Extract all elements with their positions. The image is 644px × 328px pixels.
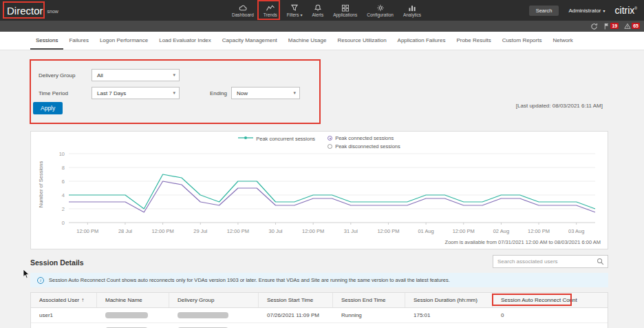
column-header-session-start-time[interactable]: Session Start Time (259, 293, 333, 307)
svg-text:28 Jul: 28 Jul (118, 228, 132, 234)
nav-item-configuration[interactable]: Configuration (362, 0, 398, 21)
column-header-session-auto-reconnect-count[interactable]: Session Auto Reconnect Count (493, 293, 609, 307)
tab-load-evaluator-index[interactable]: Load Evaluator Index (153, 32, 217, 50)
svg-text:12:00 PM: 12:00 PM (453, 228, 475, 234)
trends-icon (266, 4, 275, 12)
global-search-button[interactable]: Search (529, 6, 559, 16)
column-header-label: Session Auto Reconnect Count (501, 297, 577, 303)
top-right-controls: Search Administrator citrix® (529, 0, 637, 21)
delivery-group-select[interactable]: All (92, 69, 180, 81)
delivery-group-value: All (97, 72, 103, 79)
alerts-warning-indicator[interactable]: 65 (624, 23, 640, 30)
chart-zoom-note: Zoom is available from 07/31/2021 12:00 … (445, 239, 601, 245)
sessions-trend-panel: Peak concurrent sessionsPeak connected s… (30, 131, 608, 249)
trends-tab-bar: SessionsFailuresLogon PerformanceLoad Ev… (0, 32, 644, 50)
time-period-value: Last 7 Days (97, 90, 126, 96)
app-logo-text: Director (7, 5, 43, 17)
redacted-value (105, 312, 148, 318)
cell-session-auto-reconnect-count: 0 (493, 308, 609, 322)
svg-text:10: 10 (59, 151, 65, 157)
tab-failures[interactable]: Failures (63, 32, 94, 50)
legend-item-peak-concurrent-sessions: Peak concurrent sessions (238, 135, 315, 142)
alerts-flag-indicator[interactable]: 19 (603, 23, 619, 30)
nav-item-trends[interactable]: Trends (259, 0, 282, 21)
cell-session-auto-reconnect-count (493, 323, 609, 328)
svg-text:0: 0 (62, 220, 65, 226)
search-icon[interactable] (597, 258, 608, 265)
tab-network[interactable]: Network (547, 32, 578, 50)
svg-text:12:00 PM: 12:00 PM (227, 228, 249, 234)
column-header-session-duration-hh-mm[interactable]: Session Duration (hh:mm) (405, 293, 493, 307)
tab-logon-performance[interactable]: Logon Performance (94, 32, 153, 50)
svg-text:2: 2 (62, 206, 65, 212)
tab-probe-results[interactable]: Probe Results (451, 32, 496, 50)
svg-text:03 Aug: 03 Aug (568, 228, 584, 234)
nav-item-alerts[interactable]: Alerts (308, 0, 329, 21)
column-header-associated-user[interactable]: Associated User↑ (31, 293, 97, 307)
info-icon (37, 277, 44, 284)
nav-item-filters[interactable]: Filters (282, 0, 308, 21)
svg-text:4: 4 (62, 192, 65, 198)
site-name: snow (47, 9, 58, 14)
svg-text:12:00 PM: 12:00 PM (302, 228, 324, 234)
warning-count-badge: 65 (632, 23, 640, 29)
section-title: Session Details (30, 258, 84, 267)
cell-session-start-time: 07/26/2021 11:09 PM (259, 308, 333, 322)
column-header-label: Delivery Group (178, 297, 214, 303)
chevron-down-icon (301, 12, 303, 17)
svg-text:12:00 PM: 12:00 PM (528, 228, 550, 234)
flag-icon (603, 23, 610, 30)
table-row[interactable]: 07/28/2021 12:03 PMRunning (31, 323, 608, 328)
nav-item-text: Alerts (312, 12, 324, 17)
info-banner-text: Session Auto Reconnect Count shows auto … (49, 277, 450, 283)
ending-select[interactable]: Now (231, 87, 300, 99)
applications-icon (341, 4, 350, 12)
column-header-label: Machine Name (105, 297, 142, 303)
time-period-select[interactable]: Last 7 Days (92, 87, 180, 99)
tab-application-failures[interactable]: Application Failures (392, 32, 451, 50)
nav-item-label: Configuration (367, 12, 394, 17)
svg-text:12:00 PM: 12:00 PM (76, 228, 98, 234)
cell-session-duration (405, 323, 493, 328)
top-navigation: DashboardTrendsFiltersAlertsApplications… (227, 0, 426, 21)
cell-session-end-time: Running (333, 308, 405, 322)
table-row[interactable]: user107/26/2021 11:09 PMRunning175:010 (31, 308, 608, 323)
column-header-session-end-time[interactable]: Session End Time (333, 293, 405, 307)
svg-text:31 Jul: 31 Jul (344, 228, 358, 234)
tab-machine-usage[interactable]: Machine Usage (283, 32, 332, 50)
citrix-logo: citrix® (615, 5, 637, 16)
cell-delivery-group (169, 308, 259, 322)
search-input[interactable] (493, 258, 597, 265)
nav-item-text: Dashboard (232, 12, 254, 17)
nav-item-dashboard[interactable]: Dashboard (227, 0, 259, 21)
apply-button[interactable]: Apply (33, 102, 63, 114)
radio-selected-icon[interactable] (328, 136, 332, 141)
dashboard-icon (238, 4, 248, 12)
tab-capacity-management[interactable]: Capacity Management (217, 32, 283, 50)
cell-associated-user: user1 (31, 308, 97, 322)
legend-line-sample (238, 135, 253, 142)
tab-resource-utilization[interactable]: Resource Utilization (332, 32, 391, 50)
configuration-icon (376, 4, 385, 12)
user-menu[interactable]: Administrator (568, 8, 605, 14)
alerts-icon (313, 4, 323, 12)
column-header-machine-name[interactable]: Machine Name (97, 293, 169, 307)
cell-delivery-group (169, 323, 259, 328)
nav-item-label: Dashboard (232, 12, 254, 17)
nav-item-analytics[interactable]: Analytics (398, 0, 426, 21)
column-header-delivery-group[interactable]: Delivery Group (169, 293, 259, 307)
nav-item-label: Analytics (403, 12, 421, 17)
tab-custom-reports[interactable]: Custom Reports (497, 32, 548, 50)
cell-machine-name (97, 323, 169, 328)
legend-radio-peak-connected-sessions[interactable]: Peak connected sessions (328, 135, 400, 141)
refresh-icon[interactable] (590, 23, 598, 30)
sessions-line-chart[interactable]: 024681012:00 PM28 Jul12:00 PM29 Jul12:00… (34, 145, 605, 242)
svg-text:8: 8 (62, 165, 65, 171)
cell-machine-name (97, 308, 169, 322)
top-bar: Director snow DashboardTrendsFiltersAler… (0, 0, 644, 21)
nav-item-applications[interactable]: Applications (328, 0, 362, 21)
warning-icon (624, 23, 631, 30)
tab-sessions[interactable]: Sessions (30, 32, 63, 50)
svg-text:12:00 PM: 12:00 PM (152, 228, 174, 234)
nav-item-label: Alerts (312, 12, 324, 17)
